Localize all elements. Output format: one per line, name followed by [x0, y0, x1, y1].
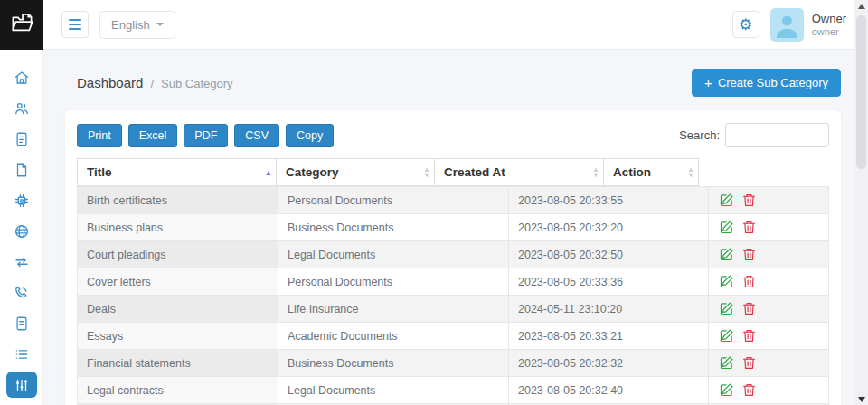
delete-row-button[interactable]: [741, 381, 758, 399]
globe-icon: [14, 223, 30, 240]
cell-action: [709, 268, 829, 296]
scroll-up-arrow-icon[interactable]: [858, 4, 865, 9]
delete-row-button[interactable]: [741, 246, 758, 263]
edit-icon: [719, 382, 734, 398]
delete-row-button[interactable]: [741, 219, 758, 236]
edit-icon: [719, 328, 734, 344]
edit-icon: [719, 220, 734, 235]
delete-row-button[interactable]: [741, 300, 758, 317]
cell-action: [709, 377, 829, 404]
menu-toggle-button[interactable]: [61, 11, 89, 38]
edit-row-button[interactable]: [718, 192, 735, 209]
users-icon: [14, 100, 30, 117]
cell-title: Essays: [78, 323, 278, 350]
edit-row-button[interactable]: [718, 354, 735, 372]
edit-row-button[interactable]: [718, 327, 735, 344]
gear-icon: ⚙: [739, 15, 752, 34]
sidebar-item-documents[interactable]: [6, 126, 37, 152]
sidebar-item-sub-category[interactable]: [6, 372, 37, 398]
edit-row-button[interactable]: [718, 219, 735, 236]
delete-row-button[interactable]: [741, 273, 758, 290]
user-menu[interactable]: Owner owner: [770, 8, 846, 42]
cell-title: Court pleadings: [78, 241, 278, 268]
breadcrumb: Dashboard / Sub Category: [77, 75, 233, 90]
delete-icon: [741, 355, 757, 371]
folder-document-icon: [10, 11, 34, 39]
scrollbar[interactable]: [854, 0, 868, 405]
sidebar-item-system[interactable]: [6, 187, 37, 213]
delete-row-button[interactable]: [741, 327, 758, 344]
list-icon: [14, 346, 30, 363]
scrollbar-thumb[interactable]: [856, 15, 866, 169]
cell-category: Personal Documents: [278, 187, 509, 214]
print-button[interactable]: Print: [77, 124, 122, 147]
column-header-action[interactable]: Action▴▾: [604, 159, 699, 186]
create-sub-category-button[interactable]: + Create Sub Category: [692, 69, 841, 97]
table-row: EssaysAcademic Documents2023-08-05 20:33…: [78, 323, 829, 350]
delete-icon: [741, 382, 757, 398]
cell-category: Legal Documents: [278, 241, 509, 268]
user-name: Owner: [812, 12, 846, 25]
cell-title: Birth certificates: [78, 187, 278, 214]
cell-created-at: 2023-08-05 20:33:36: [509, 268, 709, 296]
cell-category: Personal Documents: [278, 268, 509, 296]
scroll-down-arrow-icon[interactable]: [858, 397, 865, 402]
settings-button[interactable]: ⚙: [732, 11, 760, 38]
cell-category: Business Documents: [278, 350, 509, 377]
cell-title: Business plans: [78, 214, 278, 241]
user-role: owner: [812, 26, 846, 37]
main-content: Dashboard / Sub Category + Create Sub Ca…: [43, 50, 854, 405]
sidebar-item-calls[interactable]: [6, 279, 37, 306]
column-header-title[interactable]: Title▴: [78, 159, 277, 186]
sidebar-item-web[interactable]: [6, 218, 37, 244]
sidebar-item-users[interactable]: [6, 95, 37, 121]
excel-button[interactable]: Excel: [128, 124, 178, 147]
cell-title: Legal contracts: [78, 377, 278, 404]
cell-title: Deals: [78, 296, 278, 323]
edit-row-button[interactable]: [718, 246, 735, 263]
transfer-icon: [14, 254, 30, 270]
sidebar-item-category[interactable]: [6, 341, 37, 367]
header-filler: [699, 159, 830, 186]
sidebar-item-files[interactable]: [6, 156, 37, 183]
table-row: Business plansBusiness Documents2023-08-…: [78, 214, 829, 241]
language-dropdown[interactable]: English: [99, 11, 175, 39]
delete-icon: [741, 220, 757, 235]
avatar: [770, 8, 804, 42]
delete-icon: [741, 247, 757, 262]
plus-icon: +: [704, 77, 712, 89]
pdf-button[interactable]: PDF: [184, 124, 228, 147]
column-header-category[interactable]: Category▴▾: [277, 159, 435, 186]
edit-icon: [719, 247, 734, 262]
edit-row-button[interactable]: [718, 273, 735, 290]
copy-button[interactable]: Copy: [286, 124, 334, 147]
delete-row-button[interactable]: [741, 354, 758, 372]
edit-icon: [719, 355, 734, 371]
delete-icon: [741, 193, 757, 208]
table-row: DealsLife Insurance2024-05-11 23:10:20: [78, 296, 829, 323]
sidebar-item-transfer[interactable]: [6, 249, 37, 275]
column-header-created-at[interactable]: Created At▴▾: [435, 159, 604, 186]
csv-button[interactable]: CSV: [234, 124, 279, 147]
search-input[interactable]: [725, 123, 829, 147]
delete-icon: [741, 301, 757, 316]
cell-created-at: 2023-08-05 20:32:40: [509, 377, 709, 404]
edit-icon: [719, 274, 734, 289]
sidebar-item-home[interactable]: [6, 64, 37, 90]
cell-created-at: 2023-08-05 20:32:20: [509, 214, 709, 241]
sort-both-icon: ▴▾: [689, 167, 693, 178]
delete-row-button[interactable]: [741, 192, 758, 209]
sidebar: [0, 50, 43, 405]
app-logo[interactable]: [0, 0, 43, 50]
sidebar-item-reports[interactable]: [6, 310, 37, 336]
topbar: English ⚙ Owner owner: [0, 0, 854, 50]
language-label: English: [111, 18, 150, 32]
sub-category-table: Birth certificatesPersonal Documents2023…: [77, 186, 829, 405]
breadcrumb-dashboard-link[interactable]: Dashboard: [77, 75, 143, 90]
chevron-down-icon: [156, 23, 164, 26]
cell-created-at: 2023-08-05 20:32:32: [509, 350, 709, 377]
table-row: Legal contractsLegal Documents2023-08-05…: [78, 377, 829, 404]
edit-row-button[interactable]: [718, 300, 735, 317]
phone-icon: [14, 285, 30, 301]
edit-row-button[interactable]: [718, 381, 735, 399]
